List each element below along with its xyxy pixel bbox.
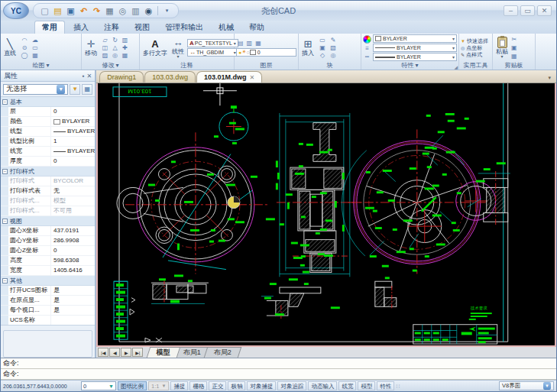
- preview-icon[interactable]: ◎: [117, 5, 128, 17]
- section-plot-style[interactable]: −打印样式: [1, 167, 95, 177]
- group-layer-label[interactable]: 图层: [235, 62, 298, 70]
- layer-combo[interactable]: ● ☀ ○ 0: [236, 48, 296, 57]
- app-menu-button[interactable]: YC: [3, 2, 29, 19]
- rotate-icon[interactable]: ↻: [110, 37, 120, 44]
- osnap-toggle[interactable]: 对象捕捉: [247, 381, 276, 390]
- revcloud-icon[interactable]: ☁: [30, 37, 40, 44]
- group-draw-label[interactable]: 绘图 ▾: [1, 62, 81, 70]
- copy-icon[interactable]: ▱: [100, 37, 110, 44]
- report-icon[interactable]: ▥: [130, 5, 141, 17]
- ortho-toggle[interactable]: 正交: [209, 381, 226, 390]
- cad-drawing[interactable]: 103.01M: [98, 83, 555, 345]
- prop-row-ucs-viewport[interactable]: 每个视口...是: [1, 306, 95, 316]
- color-combo[interactable]: BYLAYER ▾: [373, 34, 457, 43]
- toggle-pickadd-icon[interactable]: ▦: [82, 84, 92, 95]
- paste-special-icon[interactable]: ▦: [511, 53, 517, 60]
- qat-overflow-icon[interactable]: ▾: [161, 5, 173, 17]
- explode-icon[interactable]: ◎: [110, 52, 120, 60]
- prev-tab-button[interactable]: ◀: [109, 348, 120, 357]
- prop-row-plotstyle[interactable]: 打印样式BYCOLOR: [1, 177, 95, 186]
- redo-icon[interactable]: ↷: [91, 5, 102, 17]
- palette-title-bar[interactable]: 属性 ▪ ✕: [1, 70, 95, 82]
- ellipse-icon[interactable]: ◯: [19, 52, 30, 60]
- dyn-input-toggle[interactable]: 动态输入: [308, 381, 337, 390]
- group-clipboard-label[interactable]: 剪贴板: [493, 62, 535, 70]
- section-view[interactable]: −视图: [1, 216, 95, 226]
- snap-toggle[interactable]: 捕捉: [170, 381, 188, 390]
- maximize-button[interactable]: ▭: [520, 5, 535, 16]
- minimize-button[interactable]: –: [504, 5, 518, 16]
- rectangle-icon[interactable]: ▭: [30, 44, 40, 52]
- doc-tab-drawing1[interactable]: Drawing1: [99, 71, 144, 83]
- lineweight-icon[interactable]: ≡: [365, 44, 369, 52]
- lineweight-toggle[interactable]: 线宽: [338, 381, 356, 390]
- find-icon[interactable]: ◉: [143, 5, 154, 17]
- prop-row-plotspace[interactable]: 打印样式...模型: [1, 196, 95, 206]
- block-browse-icon[interactable]: ◎: [328, 52, 338, 60]
- tab-view[interactable]: 视图: [128, 21, 157, 34]
- scale-combo[interactable]: 1:1 ▼: [148, 381, 169, 390]
- lineweight-combo[interactable]: BYLAYER ▾: [373, 53, 457, 61]
- prop-row-height[interactable]: 高度598.6308: [1, 256, 95, 266]
- tab-home[interactable]: 常用: [34, 21, 65, 34]
- close-icon[interactable]: ✕: [249, 74, 254, 81]
- prop-row-center-x[interactable]: 圆心X坐标437.0191: [1, 226, 95, 236]
- polar-toggle[interactable]: 极轴: [228, 381, 245, 390]
- arc-icon[interactable]: ◠: [19, 37, 30, 44]
- offset-icon[interactable]: ▥: [120, 37, 130, 44]
- layer-properties-icon[interactable]: ▤: [238, 40, 244, 47]
- elevation-field[interactable]: 0 ▼: [81, 381, 116, 390]
- pin-icon[interactable]: ▪: [83, 73, 85, 79]
- block-edit-icon[interactable]: ✎: [328, 37, 338, 44]
- model-space-canvas[interactable]: 103.01M: [96, 83, 556, 345]
- linetype-icon[interactable]: ┅: [365, 53, 369, 60]
- prop-row-plottable[interactable]: 打印样式表无: [1, 186, 95, 196]
- dialog-launcher-icon[interactable]: ◢: [454, 64, 458, 70]
- mtext-button[interactable]: A 多行文字: [141, 39, 169, 57]
- command-input-line[interactable]: 命令:: [1, 369, 556, 380]
- model-toggle[interactable]: 模型: [358, 381, 375, 390]
- image-attach-icon[interactable]: ▧: [328, 44, 338, 52]
- prop-row-thickness[interactable]: 厚度0: [1, 157, 95, 167]
- array-icon[interactable]: ▦: [120, 52, 130, 60]
- cut-icon[interactable]: ✂: [511, 36, 517, 44]
- doc-tab-10301m[interactable]: 103.01M.dwg✕: [196, 71, 262, 83]
- prop-row-ltscale[interactable]: 线型比例1: [1, 137, 95, 147]
- linear-dim-button[interactable]: ↔ 线性 ▾: [170, 37, 186, 59]
- group-utilities-label[interactable]: 实用工具: [459, 62, 492, 70]
- prop-row-center-y[interactable]: 圆心Y坐标286.9908: [1, 236, 95, 246]
- selection-combo[interactable]: 无选择 ▼: [3, 84, 68, 95]
- group-block-label[interactable]: 块: [299, 62, 361, 70]
- prop-row-center-z[interactable]: 圆心Z坐标0: [1, 246, 95, 256]
- group-annotate-label[interactable]: 注释: [140, 62, 234, 70]
- tab-mechanical[interactable]: 机械: [212, 21, 241, 34]
- prop-row-width[interactable]: 宽度1405.6416: [1, 266, 95, 276]
- linetype-combo[interactable]: BYLAYER ▾: [373, 44, 457, 52]
- otrack-toggle[interactable]: 对象追踪: [277, 381, 306, 390]
- prop-row-color[interactable]: 颜色BYLAYER: [1, 117, 95, 127]
- save-icon[interactable]: ▣: [65, 5, 76, 17]
- attribute-icon[interactable]: ▣: [317, 44, 328, 52]
- insert-block-button[interactable]: ⊞ 插入: [300, 39, 316, 57]
- tab-model[interactable]: 模型: [147, 347, 181, 358]
- erase-icon[interactable]: ▨: [100, 52, 110, 60]
- print-icon[interactable]: ▦: [104, 5, 115, 17]
- prop-row-ucs-origin[interactable]: 在原点显...是: [1, 296, 95, 306]
- block-define-icon[interactable]: ◇: [317, 52, 328, 60]
- layer-tools-icon[interactable]: ▦: [255, 40, 261, 47]
- paste-button[interactable]: 粘贴 ▾: [494, 37, 510, 59]
- prop-row-lineweight[interactable]: 线宽BYLAYER: [1, 147, 95, 157]
- doc-tab-10303[interactable]: 103.03.dwg: [144, 71, 196, 83]
- circle-icon[interactable]: ⊙: [19, 44, 30, 52]
- prop-row-ucs-name[interactable]: UCS名称: [1, 316, 95, 326]
- prop-row-ucs-icon[interactable]: 打开UCS图标是: [1, 286, 95, 296]
- close-icon[interactable]: ✕: [87, 73, 92, 79]
- hatch-icon[interactable]: ▦: [30, 52, 40, 60]
- last-tab-button[interactable]: ▶|: [132, 348, 143, 357]
- fillet-icon[interactable]: ✚: [120, 44, 130, 52]
- new-icon[interactable]: ▢: [39, 5, 50, 17]
- property-grid[interactable]: −基本 层0 颜色BYLAYER 线型BYLAYER 线型比例1 线宽BYLAY…: [1, 96, 95, 326]
- doc-tab-overflow-icon[interactable]: ▾: [546, 75, 553, 83]
- tab-help[interactable]: 帮助: [242, 21, 271, 34]
- section-basic[interactable]: −基本: [1, 97, 95, 107]
